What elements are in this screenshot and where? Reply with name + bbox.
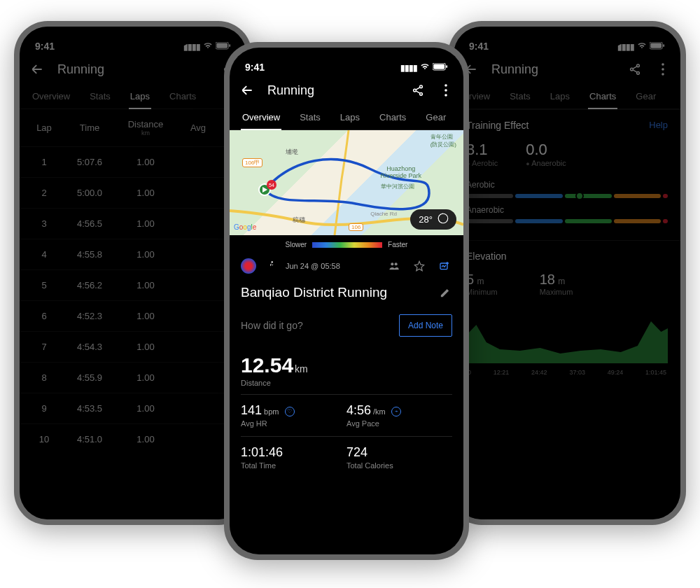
section-title: Training Effect xyxy=(466,120,529,131)
status-icons: ▮▮▮▮ xyxy=(400,62,448,73)
share-icon[interactable] xyxy=(627,62,643,77)
aerobic-bar-label: Aerobic xyxy=(466,180,668,190)
svg-rect-8 xyxy=(663,44,664,47)
back-icon[interactable] xyxy=(29,62,45,77)
lap-row[interactable]: 44:55.81.00 xyxy=(20,239,246,270)
hr-icon: ♡ xyxy=(285,407,295,416)
google-logo: Google xyxy=(234,223,256,231)
svg-point-23 xyxy=(444,94,447,97)
tab-charts[interactable]: Charts xyxy=(580,84,626,108)
help-link[interactable]: Help xyxy=(649,120,668,131)
laps-header: Lap Time Distancekm Avg xyxy=(20,109,246,146)
svg-point-11 xyxy=(637,71,640,74)
weather-icon xyxy=(437,212,449,227)
lap-row[interactable]: 54:56.21.00 xyxy=(20,270,246,300)
stat-avg-pace: 4:56/km ⌁ Avg Pace xyxy=(346,394,452,436)
tabs: Overview Stats Laps Charts Gear xyxy=(230,105,463,130)
lap-row[interactable]: 104:51.01.00 xyxy=(20,424,246,454)
stat-total-time: 1:01:46 Total Time xyxy=(241,436,346,478)
lap-row[interactable]: 34:56.51.00 xyxy=(20,208,246,239)
svg-point-9 xyxy=(637,64,640,67)
tab-charts[interactable]: Charts xyxy=(370,105,416,130)
wifi-icon xyxy=(637,41,647,52)
tab-gear[interactable]: Gear xyxy=(416,105,456,130)
training-effect-section: Training Effect Help 3.1 Aerobic 0.0 Ana… xyxy=(454,109,680,240)
svg-rect-16 xyxy=(433,64,444,69)
avatar[interactable] xyxy=(241,258,256,274)
phone-overview: 9:41 ▮▮▮▮ Running Overview Stats Laps Ch… xyxy=(224,42,469,560)
svg-rect-7 xyxy=(650,43,662,48)
svg-rect-2 xyxy=(229,44,230,47)
share-icon[interactable] xyxy=(410,83,426,98)
svg-point-22 xyxy=(444,89,447,92)
wifi-icon xyxy=(420,62,430,73)
back-icon[interactable] xyxy=(239,83,255,98)
add-photo-icon[interactable] xyxy=(437,258,452,274)
elevation-chart[interactable]: 012:2124:4237:0349:241:01:45 xyxy=(466,307,668,384)
svg-point-19 xyxy=(414,89,416,92)
map-label: 埔墘 xyxy=(286,148,298,157)
tab-stats[interactable]: Stats xyxy=(80,84,120,108)
lap-row[interactable]: 94:53.51.00 xyxy=(20,393,246,424)
elev-max: 18 xyxy=(540,272,555,287)
battery-icon xyxy=(650,42,665,52)
aerobic-scale xyxy=(466,194,668,198)
lap-row[interactable]: 15:07.61.00 xyxy=(20,146,246,177)
road-badge: 106甲 xyxy=(242,158,262,167)
tabs: Overview Stats Laps Charts xyxy=(20,84,246,109)
svg-point-29 xyxy=(391,262,393,265)
more-icon[interactable] xyxy=(438,83,454,98)
anaerobic-label: Anaerobic xyxy=(526,159,566,167)
lap-row[interactable]: 74:54.31.00 xyxy=(20,331,246,362)
status-time: 9:41 xyxy=(469,41,489,52)
screen-title: Running xyxy=(267,83,398,98)
stat-total-calories: 724 Total Calories xyxy=(346,436,452,478)
map-label: Huazhong Riverside Park xyxy=(380,165,421,179)
lap-row[interactable]: 64:52.31.00 xyxy=(20,300,246,331)
status-icons: ▮▮▮▮ xyxy=(183,41,231,52)
tab-charts[interactable]: Charts xyxy=(160,84,206,108)
lap-row[interactable]: 25:00.01.00 xyxy=(20,177,246,208)
svg-point-20 xyxy=(420,92,423,95)
tab-overview[interactable]: Overview xyxy=(232,105,290,130)
tab-laps[interactable]: Laps xyxy=(540,84,580,108)
svg-rect-17 xyxy=(446,65,447,68)
lap-row[interactable]: 84:55.91.00 xyxy=(20,362,246,393)
svg-text:54: 54 xyxy=(269,183,274,188)
tabs: Overview Stats Laps Charts Gear xyxy=(454,84,680,109)
activity-meta: Jun 24 @ 05:58 xyxy=(230,254,463,278)
col-avg: Avg xyxy=(174,122,223,133)
status-time: 9:41 xyxy=(245,62,265,73)
aerobic-value: 3.1 xyxy=(466,141,498,159)
running-icon xyxy=(266,260,276,272)
status-icons: ▮▮▮▮ xyxy=(617,41,665,52)
tab-overview[interactable]: Overview xyxy=(22,84,80,108)
more-icon[interactable] xyxy=(655,62,671,77)
tab-gear[interactable]: Gear xyxy=(626,84,666,108)
tab-laps[interactable]: Laps xyxy=(120,84,160,108)
col-distance: Distancekm xyxy=(118,119,174,136)
anaerobic-scale xyxy=(466,219,668,223)
signal-icon: ▮▮▮▮ xyxy=(400,63,417,73)
svg-point-28 xyxy=(272,261,273,262)
status-time: 9:41 xyxy=(35,41,55,52)
svg-point-21 xyxy=(444,84,447,87)
map-label: Qiache Rd xyxy=(370,211,397,217)
note-prompt: How did it go? xyxy=(241,320,392,331)
elevation-section: Elevation 5 m Minimum 18 m Maximum 012:2… xyxy=(454,240,680,394)
add-note-button[interactable]: Add Note xyxy=(399,314,452,337)
tab-stats[interactable]: Stats xyxy=(500,84,540,108)
weather-badge[interactable]: 28° xyxy=(410,209,456,230)
stat-avg-hr: 141bpm ♡ Avg HR xyxy=(241,394,346,436)
edit-icon[interactable] xyxy=(437,285,452,300)
phone-charts: 9:41 ▮▮▮▮ Running Overview Stats Laps Ch… xyxy=(448,21,686,525)
friends-icon[interactable] xyxy=(386,258,402,274)
star-icon[interactable] xyxy=(412,258,427,274)
tab-stats[interactable]: Stats xyxy=(290,105,330,130)
activity-map[interactable]: 54 埔墘 Huazhong Riverside Park 華中河濱公園 青年公… xyxy=(230,130,463,235)
tab-laps[interactable]: Laps xyxy=(330,105,370,130)
battery-icon xyxy=(433,63,448,73)
road-badge: 106 xyxy=(349,223,363,231)
aerobic-label: Aerobic xyxy=(466,159,498,167)
col-time: Time xyxy=(62,122,118,133)
